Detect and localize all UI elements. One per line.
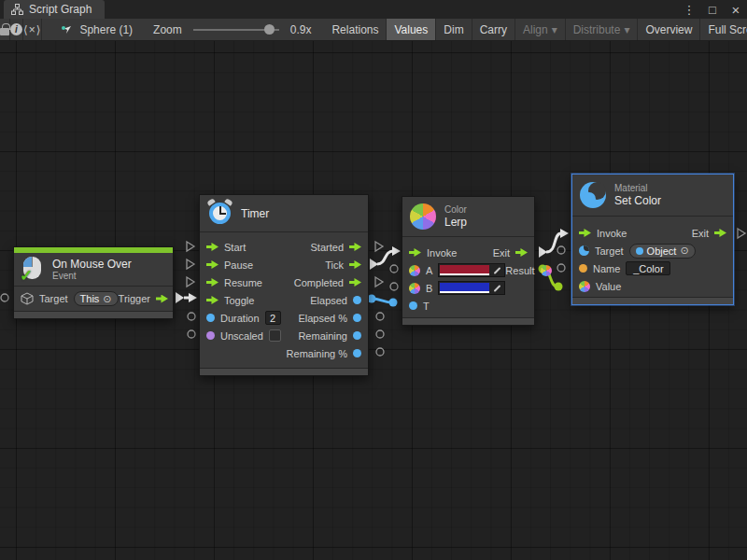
flow-port-icon[interactable] [714,229,726,237]
flow-port-icon[interactable] [206,296,218,304]
port-timer-remaining[interactable] [376,330,384,338]
node-header: Timer [200,195,368,232]
color-port-icon[interactable] [409,283,420,294]
flow-port-icon[interactable] [579,229,591,237]
align-button[interactable]: Align ▾ [515,19,566,41]
mouse-over-icon: ✓ [21,257,44,282]
info-button[interactable]: i [10,19,23,41]
node-color-lerp[interactable]: Color Lerp Invoke Exit A Result [402,196,535,326]
relations-button[interactable]: Relations [324,19,387,41]
values-button[interactable]: Values [387,19,436,41]
bool-port-icon[interactable] [206,331,215,340]
flow-port-icon[interactable] [349,260,361,269]
flow-port-icon[interactable] [349,243,361,251]
zoom-slider[interactable] [193,29,279,31]
flow-port-icon[interactable] [515,248,528,257]
material-port-icon[interactable] [579,245,589,256]
zoom-slider-handle[interactable] [264,24,275,35]
target-object-label: Sphere (1) [79,23,133,36]
graph-canvas[interactable]: ✓ On Mouse Over Event Target This ⊙ [0,41,747,560]
node-set-color[interactable]: Material Set Color Invoke Exit Target Ob… [571,174,734,305]
titlebar: Script Graph ⋮ □ × [0,0,747,19]
port-timer-tick-connected[interactable] [370,259,378,270]
port-timer-resume[interactable] [187,277,194,287]
full-screen-button[interactable]: Full Screen [700,19,747,41]
port-timer-duration[interactable] [188,313,195,320]
distribute-label: Distribute [573,23,621,36]
flow-port-icon[interactable] [156,295,168,303]
wire-exit-invoke[interactable] [546,233,561,252]
relations-label: Relations [331,23,378,36]
float-port-icon[interactable] [353,349,361,357]
started-port-label: Started [311,242,344,253]
float-port-icon[interactable] [409,301,417,310]
carry-button[interactable]: Carry [472,19,515,41]
distribute-button[interactable]: Distribute ▾ [566,19,639,41]
color-b-field[interactable] [438,281,505,295]
code-view-button[interactable]: ⟨×⟩ [23,19,42,41]
port-timer-unscaled[interactable] [188,330,195,338]
trigger-port-label: Trigger [119,293,150,304]
port-lerp-exit-connected[interactable] [539,246,547,258]
overview-button[interactable]: Overview [638,19,700,41]
port-timer-completed[interactable] [375,277,383,287]
color-port-icon[interactable] [409,265,420,276]
eyedropper-icon [494,267,501,274]
close-icon[interactable]: × [728,2,743,18]
port-onmouseover-target[interactable] [1,294,8,301]
object-picker-icon[interactable]: ⊙ [680,245,688,256]
float-port-icon[interactable] [353,296,361,304]
name-input[interactable]: _Color [626,261,670,275]
target-object-selector[interactable]: Sphere (1) [42,19,140,41]
eyedropper-button[interactable] [490,264,504,276]
flow-port-icon[interactable] [206,278,218,287]
node-timer[interactable]: Timer Start Started Pause Tick Resume Co… [199,194,369,376]
t-port-label: T [423,301,430,312]
color-a-swatch[interactable] [440,265,489,275]
exit-port-label: Exit [493,247,510,259]
flow-port-icon[interactable] [206,243,218,251]
string-port-icon[interactable] [579,264,587,273]
port-onmouseover-trigger-connected[interactable] [176,292,184,303]
port-setcolor-value-connected[interactable] [555,283,563,291]
port-lerp-t-connected[interactable] [389,299,398,307]
lock-button[interactable] [0,19,10,41]
port-setcolor-name[interactable] [557,264,565,272]
dim-button[interactable]: Dim [436,19,472,41]
flow-port-icon[interactable] [409,248,421,257]
port-timer-remaining-pct[interactable] [376,348,384,356]
port-lerp-b[interactable] [390,283,398,290]
color-a-field[interactable] [438,263,505,277]
port-setcolor-exit[interactable] [738,229,745,238]
maximize-icon[interactable]: □ [705,3,720,17]
color-port-icon[interactable] [579,281,590,292]
port-lerp-a[interactable] [390,265,398,273]
port-timer-started[interactable] [375,242,383,251]
port-timer-pause[interactable] [187,259,194,269]
tab-script-graph[interactable]: Script Graph [4,0,105,19]
port-timer-elapsed-pct[interactable] [376,313,384,320]
resume-port-label: Resume [224,277,262,288]
flow-port-icon[interactable] [206,260,218,269]
node-title: Lerp [444,216,467,229]
color-port-icon[interactable] [541,265,552,276]
wire-tick-invoke[interactable] [377,251,393,264]
target-object-chip[interactable]: Object ⊙ [629,244,696,259]
float-port-icon[interactable] [353,314,361,322]
values-label: Values [394,23,428,36]
color-b-swatch[interactable] [440,283,489,293]
flow-port-icon[interactable] [349,278,361,287]
carry-label: Carry [480,23,507,36]
start-port-label: Start [224,242,246,253]
duration-input[interactable]: 2 [265,311,281,325]
float-port-icon[interactable] [353,331,361,340]
eyedropper-button[interactable] [490,282,504,294]
window-menu-icon[interactable]: ⋮ [682,3,697,17]
port-timer-start[interactable] [187,242,194,251]
object-picker-icon[interactable]: ⊙ [103,294,111,304]
target-value-chip[interactable]: This ⊙ [74,291,119,306]
unscaled-checkbox[interactable] [269,329,281,342]
port-setcolor-target[interactable] [557,246,565,254]
float-port-icon[interactable] [206,314,215,322]
node-on-mouse-over[interactable]: ✓ On Mouse Over Event Target This ⊙ [13,246,174,319]
